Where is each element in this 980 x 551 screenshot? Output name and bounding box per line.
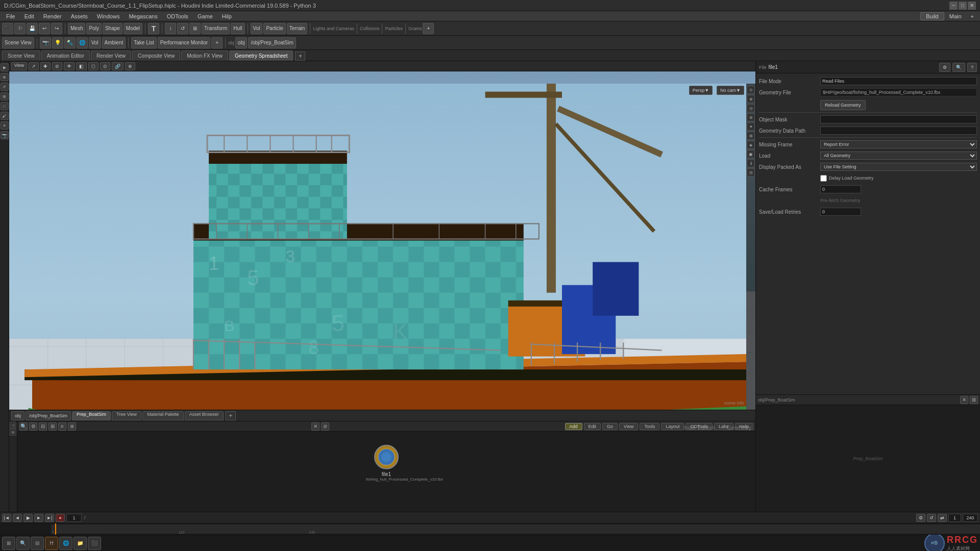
- vp-right-icon6[interactable]: ⊞: [747, 132, 755, 140]
- tab-scene-view[interactable]: Scene View: [2, 51, 40, 61]
- tb2-plus3[interactable]: +: [211, 37, 223, 48]
- tb-redo[interactable]: ↪: [51, 23, 62, 34]
- vsub-display[interactable]: ⊙: [100, 62, 110, 70]
- ng-filter-icon[interactable]: ⊛: [68, 422, 76, 431]
- ng-layout-icon[interactable]: ⊟: [39, 422, 47, 431]
- menu-plus[interactable]: +: [967, 12, 978, 20]
- tb-particle[interactable]: Particle: [263, 23, 285, 34]
- rph-settings-btn[interactable]: ⚙: [939, 63, 950, 72]
- missing-frame-select[interactable]: Report Error Black Closest Frame: [820, 140, 977, 148]
- bp-tab-material-palette[interactable]: Material Palette: [142, 411, 184, 420]
- viewport[interactable]: 1 5 3 5 B 8 K: [9, 71, 755, 410]
- object-mask-input[interactable]: [820, 115, 977, 123]
- sidebar-scale-icon[interactable]: ⊞: [1, 92, 9, 101]
- close-button[interactable]: ✕: [968, 2, 976, 10]
- tab-add-button[interactable]: +: [295, 52, 305, 61]
- cache-frames-input[interactable]: [820, 185, 861, 193]
- ng-help-tab[interactable]: Help: [735, 423, 754, 430]
- vp-right-icon8[interactable]: ▣: [747, 150, 755, 158]
- vsub-wire[interactable]: ⬡: [88, 62, 99, 70]
- ng-icon1[interactable]: ◁: [9, 421, 16, 429]
- tb-scale[interactable]: ⊞: [189, 23, 201, 34]
- tb2-vol2[interactable]: Vol: [89, 37, 101, 48]
- taskbar-houdini-btn[interactable]: H: [45, 537, 58, 550]
- menu-render[interactable]: Render: [39, 12, 66, 20]
- vsub-handle[interactable]: ⊛: [125, 62, 135, 70]
- tl-settings-btn[interactable]: ⚙: [916, 514, 925, 522]
- tb2-prep-btn[interactable]: /obj/Prep_BoatSim: [248, 37, 296, 48]
- tab-composite-view[interactable]: Composite View: [132, 51, 180, 61]
- tl-bounce-btn[interactable]: ⇄: [938, 514, 947, 522]
- tb-terrain[interactable]: Terrain: [287, 23, 308, 34]
- timeline-bar[interactable]: 1 120 240: [0, 523, 980, 535]
- tb-vol[interactable]: Vol: [251, 23, 263, 34]
- tl-end-btn[interactable]: ►|: [45, 514, 54, 522]
- ng-tools-tab[interactable]: Tools: [640, 423, 659, 430]
- vsub-select[interactable]: ↗: [29, 62, 39, 70]
- tb-new[interactable]: ⬛: [2, 23, 13, 34]
- tb-rotate[interactable]: ↺: [177, 23, 188, 34]
- tb2-obj-btn[interactable]: obj: [235, 37, 247, 48]
- tb-poly[interactable]: Poly: [86, 23, 101, 34]
- taskbar-folder-btn[interactable]: 📁: [74, 537, 87, 550]
- tb-shape[interactable]: Shape: [103, 23, 122, 34]
- tb-mesh[interactable]: Mesh: [68, 23, 85, 34]
- bp-tab-prep[interactable]: Prep_BoatSim: [72, 411, 111, 420]
- tb2-scene[interactable]: Scene View: [2, 37, 34, 48]
- ng-labs-tab[interactable]: Labs: [714, 423, 733, 430]
- display-packed-select[interactable]: Use File Setting Full Geometry Bounding …: [820, 163, 977, 171]
- tb2-ambient[interactable]: Ambient: [102, 37, 126, 48]
- vp-right-icon1[interactable]: ⊙: [747, 86, 755, 94]
- bp-tab-tree-view[interactable]: Tree View: [112, 411, 141, 420]
- tab-render-view[interactable]: Render View: [91, 51, 131, 61]
- vp-right-icon7[interactable]: ◈: [747, 141, 755, 149]
- vsub-bone[interactable]: ⊘: [52, 62, 62, 70]
- tab-geometry-spreadsheet[interactable]: Geometry Spreadsheet: [229, 51, 293, 61]
- taskbar-start-btn[interactable]: ⊞: [2, 537, 15, 550]
- rnp-expand-btn[interactable]: ⊞: [970, 396, 978, 404]
- tb2-perf-monitor[interactable]: Performance Monitor: [158, 37, 210, 48]
- tb-open[interactable]: ⚐: [14, 23, 26, 34]
- vp-right-icon3[interactable]: ◎: [747, 104, 755, 112]
- tb2-light[interactable]: 💡: [52, 37, 63, 48]
- tb-undo[interactable]: ↩: [39, 23, 50, 34]
- menu-file[interactable]: File: [2, 12, 19, 20]
- ng-icon2[interactable]: ⊕: [9, 429, 16, 436]
- tab-motion-fx[interactable]: Motion FX View: [181, 51, 228, 61]
- tl-play-btn[interactable]: ▶: [23, 514, 33, 522]
- tb2-env[interactable]: 🌐: [77, 37, 88, 48]
- menu-megascans[interactable]: Megascans: [125, 12, 161, 20]
- vp-right-icon10[interactable]: ⊟: [747, 168, 755, 177]
- vsub-view[interactable]: View: [11, 62, 27, 70]
- menu-odtools[interactable]: ODTools: [163, 12, 192, 20]
- vsub-move[interactable]: ✚: [40, 62, 51, 70]
- rnp-close-btn[interactable]: ✕: [960, 396, 968, 404]
- menu-build[interactable]: Build: [920, 12, 944, 20]
- tl-prev-btn[interactable]: ◄: [13, 514, 22, 522]
- tb-hull[interactable]: Hull: [231, 23, 244, 34]
- tb-t[interactable]: T: [148, 23, 159, 34]
- tl-next-btn[interactable]: ►: [34, 514, 43, 522]
- tl-frame-input[interactable]: [66, 514, 82, 522]
- tb-manip[interactable]: ↕: [165, 23, 176, 34]
- sidebar-select-icon[interactable]: ▶: [1, 63, 9, 71]
- vsub-snap[interactable]: 🔗: [112, 62, 124, 70]
- sidebar-paint-icon[interactable]: 🖌: [1, 112, 9, 120]
- tl-start-frame[interactable]: [948, 514, 961, 522]
- tb-transform[interactable]: Transform: [202, 23, 230, 34]
- ng-add-tab[interactable]: Add: [565, 423, 582, 430]
- rph-search-btn[interactable]: 🔍: [952, 63, 965, 72]
- menu-game[interactable]: Game: [193, 12, 217, 20]
- vsub-shading[interactable]: ◧: [76, 62, 87, 70]
- geometry-data-path-input[interactable]: [820, 127, 977, 135]
- reload-geometry-button[interactable]: Reload Geometry: [820, 100, 866, 110]
- bp-obj-path[interactable]: /obj/Prep_BoatSim: [26, 411, 71, 420]
- sidebar-light2-icon[interactable]: ☀: [1, 121, 9, 130]
- maximize-button[interactable]: □: [959, 2, 967, 10]
- vp-right-icon2[interactable]: ⊕: [747, 95, 755, 103]
- geometry-file-input[interactable]: [820, 88, 977, 96]
- bp-obj-btn[interactable]: obj: [11, 411, 24, 420]
- sidebar-cam2-icon[interactable]: 📷: [1, 131, 9, 139]
- ng-columns-icon[interactable]: ⊘: [321, 422, 329, 431]
- ng-layout-tab[interactable]: Layout: [661, 423, 684, 430]
